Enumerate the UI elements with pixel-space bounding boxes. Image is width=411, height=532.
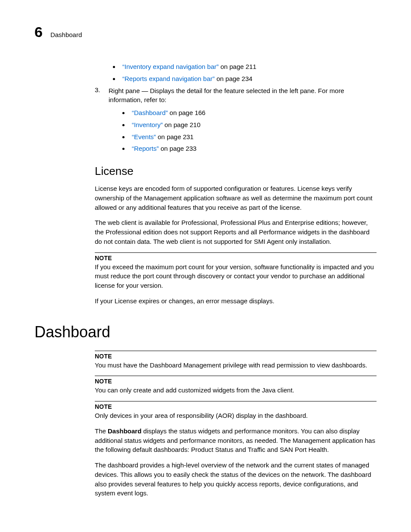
link-suffix: on page 231 (156, 133, 194, 140)
license-p3: If your License expires or changes, an e… (95, 296, 377, 306)
note-text: If you exceed the maximum port count for… (95, 262, 377, 290)
dashboard-note-3: NOTE Only devices in your area of respon… (95, 401, 377, 420)
link-dashboard[interactable]: “Dashboard” (132, 109, 168, 116)
license-p1: License keys are encoded form of support… (95, 184, 377, 212)
p1-bold: Dashboard (108, 427, 141, 435)
page-header: 6 Dashboard (34, 24, 377, 40)
link-suffix: on page 166 (168, 109, 206, 116)
list-item: “Reports expand navigation bar” on page … (120, 74, 377, 84)
dashboard-content: NOTE You must have the Dashboard Managem… (95, 351, 377, 498)
dashboard-p2: The dashboard provides a high-level over… (95, 460, 377, 498)
note-text: You can only create and add customized w… (95, 386, 377, 395)
dashboard-heading: Dashboard (34, 323, 377, 341)
header-title: Dashboard (50, 31, 82, 38)
chapter-number: 6 (34, 24, 43, 40)
note-label: NOTE (95, 403, 377, 410)
step3-bullet-list: “Dashboard” on page 166 “Inventory” on p… (129, 108, 377, 153)
license-heading: License (95, 165, 377, 178)
page: 6 Dashboard “Inventory expand navigation… (0, 0, 411, 530)
dashboard-note-2: NOTE You can only create and add customi… (95, 376, 377, 395)
top-content: “Inventory expand navigation bar” on pag… (95, 62, 377, 306)
link-suffix: on page 211 (218, 63, 256, 70)
license-note: NOTE If you exceed the maximum port coun… (95, 252, 377, 290)
link-suffix: on page 233 (159, 145, 197, 152)
note-label: NOTE (95, 255, 377, 261)
link-inventory-nav[interactable]: “Inventory expand navigation bar” (122, 63, 218, 70)
note-label: NOTE (95, 378, 377, 385)
note-text: You must have the Dashboard Management p… (95, 361, 377, 370)
license-p2: The web client is available for Professi… (95, 218, 377, 246)
step-3: 3. Right pane — Displays the detail for … (95, 86, 377, 105)
link-suffix: on page 234 (215, 75, 252, 82)
note-text: Only devices in your area of responsibil… (95, 411, 377, 420)
step-number: 3. (95, 86, 104, 105)
top-bullet-list: “Inventory expand navigation bar” on pag… (120, 62, 377, 84)
list-item: “Reports” on page 233 (129, 144, 377, 153)
step-text: Right pane — Displays the detail for the… (109, 86, 377, 105)
link-reports[interactable]: “Reports” (132, 145, 159, 152)
note-label: NOTE (95, 353, 377, 360)
list-item: “Events” on page 231 (129, 132, 377, 142)
list-item: “Inventory expand navigation bar” on pag… (120, 62, 377, 72)
list-item: “Dashboard” on page 166 (129, 108, 377, 118)
p1-prefix: The (95, 427, 108, 435)
dashboard-section: Dashboard NOTE You must have the Dashboa… (34, 323, 377, 498)
link-inventory[interactable]: “Inventory” (132, 121, 163, 128)
link-events[interactable]: “Events” (132, 133, 156, 140)
dashboard-p1: The Dashboard displays the status widget… (95, 426, 377, 454)
link-reports-nav[interactable]: “Reports expand navigation bar” (122, 75, 215, 82)
dashboard-note-1: NOTE You must have the Dashboard Managem… (95, 351, 377, 370)
list-item: “Inventory” on page 210 (129, 120, 377, 130)
link-suffix: on page 210 (163, 121, 201, 128)
